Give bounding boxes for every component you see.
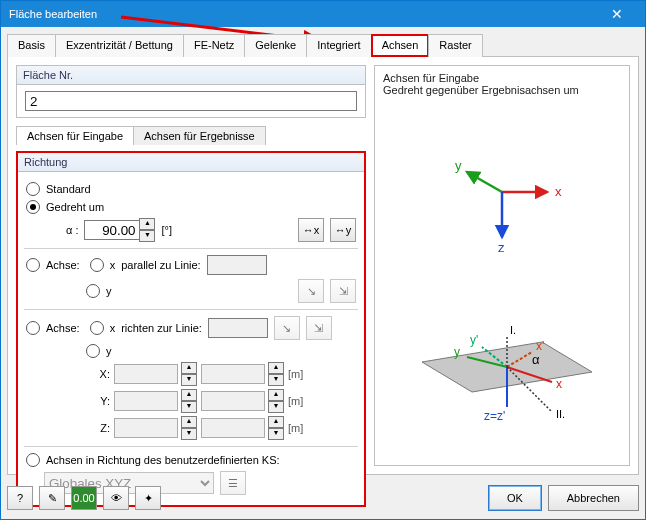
dialog-footer: ? ✎ 0.00 👁 ✦ OK Abbrechen xyxy=(7,483,639,513)
svg-text:x: x xyxy=(555,184,562,199)
towards-line-input[interactable] xyxy=(208,318,268,338)
subtab-input-axes[interactable]: Achsen für Eingabe xyxy=(16,126,134,145)
preview-panel: Achsen für Eingabe Gedreht gegenüber Erg… xyxy=(374,65,630,466)
pick-towards2-icon[interactable]: ⇲ xyxy=(306,316,332,340)
svg-text:y': y' xyxy=(470,333,478,347)
surface-number-input[interactable] xyxy=(25,91,357,111)
label-y-2: y xyxy=(106,345,112,357)
alpha-label: α : xyxy=(66,224,78,236)
chevron-down-icon: ▼ xyxy=(139,230,155,242)
svg-text:II.: II. xyxy=(556,408,565,420)
svg-text:y: y xyxy=(454,345,460,359)
coord-z2[interactable] xyxy=(201,418,265,438)
svg-line-4 xyxy=(467,172,502,192)
main-tabs: Basis Exzentrizität / Bettung FE-Netz Ge… xyxy=(7,33,639,57)
svg-text:z=z': z=z' xyxy=(484,409,505,423)
surface-number-group: Fläche Nr. xyxy=(16,65,366,118)
alpha-value[interactable] xyxy=(84,220,140,240)
coord-x2[interactable] xyxy=(201,364,265,384)
axis-label-2: Achse: xyxy=(46,322,80,334)
radio-userks[interactable] xyxy=(26,453,40,467)
pick-towards-icon[interactable]: ↘ xyxy=(274,316,300,340)
tab-achsen[interactable]: Achsen xyxy=(371,34,430,57)
cancel-button[interactable]: Abbrechen xyxy=(548,485,639,511)
tab-gelenke[interactable]: Gelenke xyxy=(244,34,307,57)
tab-exzentrizitaet[interactable]: Exzentrizität / Bettung xyxy=(55,34,184,57)
label-x-1: x xyxy=(110,259,116,271)
flip-y-icon[interactable]: ↔y xyxy=(330,218,356,242)
direction-title: Richtung xyxy=(18,153,364,172)
view-icon[interactable]: 👁 xyxy=(103,486,129,510)
svg-text:x: x xyxy=(556,377,562,391)
label-x-2: x xyxy=(110,322,116,334)
subtab-result-axes[interactable]: Achsen für Ergebnisse xyxy=(133,126,266,145)
svg-text:α: α xyxy=(532,352,540,367)
label-towards: richten zur Linie: xyxy=(121,322,202,334)
flip-x-icon[interactable]: ↔x xyxy=(298,218,324,242)
preview-heading: Achsen für Eingabe xyxy=(383,72,621,84)
direction-group: Richtung Standard Gedreht um α : xyxy=(16,151,366,507)
window-title: Fläche bearbeiten xyxy=(9,8,597,20)
coord-z1[interactable] xyxy=(114,418,178,438)
help-icon[interactable]: ? xyxy=(7,486,33,510)
svg-text:z: z xyxy=(498,240,505,255)
tab-basis[interactable]: Basis xyxy=(7,34,56,57)
pick-line-icon[interactable]: ↘ xyxy=(298,279,324,303)
alpha-spinner[interactable]: ▲▼ xyxy=(84,218,155,242)
axis-subtabs: Achsen für Eingabe Achsen für Ergebnisse xyxy=(16,126,366,145)
alpha-unit: [°] xyxy=(161,224,172,236)
rotated-plane-icon: x x' y y' z=z' II. I. α xyxy=(392,302,612,442)
radio-parallel-y[interactable] xyxy=(86,284,100,298)
edit-surface-dialog: Fläche bearbeiten ✕ Basis Exzentrizität … xyxy=(0,0,646,520)
units-icon[interactable]: 0.00 xyxy=(71,486,97,510)
coord-y1[interactable] xyxy=(114,391,178,411)
axis-label-1: Achse: xyxy=(46,259,80,271)
tab-fe-netz[interactable]: FE-Netz xyxy=(183,34,245,57)
coord-y-label: Y: xyxy=(96,395,110,407)
label-y-1: y xyxy=(106,285,112,297)
titlebar: Fläche bearbeiten ✕ xyxy=(1,1,645,27)
label-standard: Standard xyxy=(46,183,91,195)
close-icon[interactable]: ✕ xyxy=(597,6,637,22)
axes-icon: x y z xyxy=(427,152,577,262)
label-rotated: Gedreht um xyxy=(46,201,104,213)
surface-number-label: Fläche Nr. xyxy=(17,66,365,85)
radio-towards[interactable] xyxy=(26,321,40,335)
radio-towards-x[interactable] xyxy=(90,321,104,335)
radio-rotated[interactable] xyxy=(26,200,40,214)
svg-text:I.: I. xyxy=(510,324,516,336)
coord-x1[interactable] xyxy=(114,364,178,384)
svg-text:x': x' xyxy=(536,339,544,353)
ok-button[interactable]: OK xyxy=(488,485,542,511)
label-userks: Achsen in Richtung des benutzerdefiniert… xyxy=(46,454,280,466)
parallel-line-input[interactable] xyxy=(207,255,267,275)
radio-parallel-x[interactable] xyxy=(90,258,104,272)
pick-icon[interactable]: ✦ xyxy=(135,486,161,510)
radio-parallel[interactable] xyxy=(26,258,40,272)
notes-icon[interactable]: ✎ xyxy=(39,486,65,510)
label-parallel: parallel zu Linie: xyxy=(121,259,201,271)
radio-towards-y[interactable] xyxy=(86,344,100,358)
chevron-up-icon: ▲ xyxy=(139,218,155,230)
radio-standard[interactable] xyxy=(26,182,40,196)
tab-integriert[interactable]: Integriert xyxy=(306,34,371,57)
pick-line2-icon[interactable]: ⇲ xyxy=(330,279,356,303)
tab-raster[interactable]: Raster xyxy=(428,34,482,57)
preview-sub: Gedreht gegenüber Ergebnisachsen um xyxy=(383,84,621,96)
coord-z-label: Z: xyxy=(96,422,110,434)
svg-text:y: y xyxy=(455,158,462,173)
coord-y2[interactable] xyxy=(201,391,265,411)
coord-x-label: X: xyxy=(96,368,110,380)
